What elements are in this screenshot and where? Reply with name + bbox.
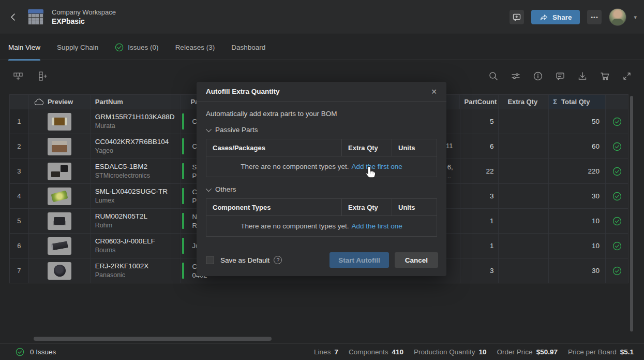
comments-button[interactable]: [552, 68, 568, 84]
partcount-cell[interactable]: 6: [460, 134, 499, 159]
add-column-button[interactable]: [34, 68, 50, 84]
totalqty-cell[interactable]: 60: [549, 134, 606, 159]
filter-button[interactable]: [508, 68, 523, 84]
section-passive-parts-toggle[interactable]: Passive Parts: [206, 126, 437, 134]
start-autofill-button[interactable]: Start Autofill: [330, 252, 389, 268]
footer-stats: Lines7 Components410 Production Quantity…: [314, 348, 634, 356]
more-options-button[interactable]: •••: [587, 10, 602, 24]
preview-cell[interactable]: [29, 209, 91, 233]
section-title: Others: [215, 185, 236, 193]
status-cell[interactable]: [606, 184, 628, 208]
row-number: 4: [10, 184, 29, 208]
preview-cell[interactable]: [29, 234, 91, 258]
partnum-cell[interactable]: GRM155R71H103KA88DMurata: [91, 109, 182, 134]
extraqty-cell[interactable]: [499, 134, 549, 159]
row-number: 7: [10, 258, 29, 283]
preview-cell[interactable]: [29, 134, 91, 159]
stat-value: 10: [479, 348, 487, 356]
add-column-icon: [36, 70, 48, 82]
question-mark: ?: [276, 257, 279, 263]
partcount-cell[interactable]: 1: [460, 234, 499, 258]
stat-price-per-board: Price per Board$5.1: [568, 348, 634, 356]
status-cell[interactable]: [606, 234, 628, 258]
check-circle-icon: [612, 241, 622, 251]
partnum-cell[interactable]: SML-LX0402SUGC-TRLumex: [91, 184, 182, 208]
part-thumbnail: [48, 188, 71, 205]
status-cell[interactable]: [606, 134, 628, 159]
help-icon[interactable]: ?: [274, 256, 282, 264]
totalqty-cell[interactable]: 30: [549, 184, 606, 208]
totalqty-cell[interactable]: 10: [549, 209, 606, 233]
cart-button[interactable]: [597, 68, 612, 84]
preview-cell[interactable]: [29, 109, 91, 134]
extraqty-cell[interactable]: [499, 258, 549, 283]
tab-releases[interactable]: Releases (3): [175, 35, 215, 60]
totalqty-cell[interactable]: 10: [549, 234, 606, 258]
save-as-default-checkbox[interactable]: [206, 256, 214, 264]
section-others-toggle[interactable]: Others: [206, 185, 437, 193]
partcount-cell[interactable]: 3: [460, 258, 499, 283]
extraqty-cell[interactable]: [499, 109, 549, 134]
preview-cell[interactable]: [29, 184, 91, 208]
partnum-cell[interactable]: CC0402KRX7R6BB104Yageo: [91, 134, 182, 159]
stat-value: 7: [334, 348, 338, 356]
status-cell[interactable]: [606, 159, 628, 183]
add-first-one-link[interactable]: Add the first one: [352, 222, 402, 230]
chevron-down-icon[interactable]: ▾: [634, 14, 637, 21]
tab-label: Releases (3): [175, 44, 215, 51]
preview-cell[interactable]: [29, 258, 91, 283]
partcount-cell[interactable]: 3: [460, 184, 499, 208]
totalqty-column-header[interactable]: ΣTotal Qty: [549, 95, 606, 109]
partcount-column-header[interactable]: PartCount: [460, 95, 499, 109]
preview-column-header[interactable]: Preview: [29, 95, 91, 109]
totalqty-cell[interactable]: 30: [549, 258, 606, 283]
manufacturer: Murata: [95, 122, 175, 130]
close-button[interactable]: ✕: [431, 88, 437, 95]
avatar[interactable]: [609, 8, 626, 26]
status-cell[interactable]: [606, 209, 628, 233]
share-button[interactable]: Share: [531, 10, 580, 24]
add-row-button[interactable]: [10, 68, 26, 84]
expand-button[interactable]: [619, 68, 635, 84]
download-button[interactable]: [575, 68, 590, 84]
partcount-cell[interactable]: 1: [460, 209, 499, 233]
extraqty-column-header[interactable]: Extra Qty: [499, 95, 549, 109]
horizontal-scrollbar[interactable]: [34, 337, 272, 341]
extraqty-cell[interactable]: [499, 209, 549, 233]
partnum-cell[interactable]: ESDALC5-1BM2STMicroelectronics: [91, 159, 182, 183]
tab-main-view[interactable]: Main View: [8, 35, 40, 60]
partnum-cell[interactable]: RUM002N05T2LRohm: [91, 209, 182, 233]
cart-icon: [600, 71, 610, 81]
add-first-one-link[interactable]: Add the first one: [352, 163, 402, 170]
feedback-button[interactable]: [510, 10, 524, 24]
status-cell[interactable]: [606, 258, 628, 283]
tab-supply-chain[interactable]: Supply Chain: [57, 35, 98, 60]
status-cell[interactable]: [606, 109, 628, 134]
search-icon: [488, 71, 499, 81]
component-photo: [52, 141, 67, 152]
totalqty-cell[interactable]: 50: [549, 109, 606, 134]
tab-label: Main View: [8, 44, 40, 51]
tab-issues[interactable]: Issues (0): [115, 35, 158, 60]
extraqty-cell[interactable]: [499, 159, 549, 183]
cancel-button[interactable]: Cancel: [395, 252, 438, 268]
row-number: 6: [10, 234, 29, 258]
partnum-cell[interactable]: ERJ-2RKF1002XPanasonic: [91, 258, 182, 283]
manufacturer: STMicroelectronics: [95, 172, 150, 180]
extraqty-cell[interactable]: [499, 184, 549, 208]
check-circle-icon: [16, 348, 24, 356]
partnum-column-header[interactable]: PartNum: [91, 95, 182, 109]
info-button[interactable]: [530, 68, 546, 84]
partcount-cell[interactable]: 5: [460, 109, 499, 134]
issues-status[interactable]: 0 Issues: [16, 348, 56, 356]
vertical-scrollbar[interactable]: [630, 96, 633, 332]
back-button[interactable]: [3, 7, 24, 27]
partnum-cell[interactable]: CR0603-J/-000ELFBourns: [91, 234, 182, 258]
partcount-cell[interactable]: 22: [460, 159, 499, 183]
totalqty-cell[interactable]: 220: [549, 159, 606, 183]
tab-dashboard[interactable]: Dashboard: [231, 35, 265, 60]
search-button[interactable]: [486, 68, 501, 84]
part-number: GRM155R71H103KA88D: [95, 113, 175, 121]
extraqty-cell[interactable]: [499, 234, 549, 258]
preview-cell[interactable]: [29, 159, 91, 183]
